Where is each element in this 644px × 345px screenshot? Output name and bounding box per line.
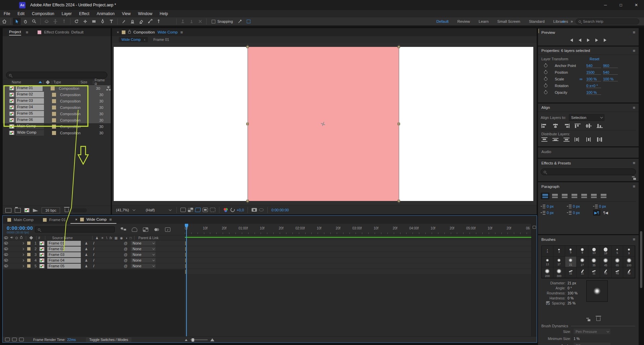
brush-preset[interactable]: 11 [565,267,577,278]
brush-preset[interactable]: 45 [600,267,612,278]
exposure-icon[interactable] [229,207,235,213]
distribute-horizontal-center-button[interactable] [586,137,592,142]
effects-presets-menu-icon[interactable]: ≡ [633,160,635,165]
project-item-name[interactable]: Frame 01 [16,85,43,91]
paragraph-align-button-4[interactable] [580,193,588,199]
menu-1[interactable]: Edit [14,11,28,16]
brush-preset[interactable]: 45 [612,267,624,278]
switch-column-icon[interactable]: \ [106,236,107,240]
channel-rgb-icon[interactable] [223,208,228,212]
menu-7[interactable]: Window [134,11,156,16]
workspace-libraries[interactable]: Libraries [553,19,568,23]
layer-quality-switch[interactable]: / [93,258,94,262]
layer-visibility-icon[interactable] [4,248,8,250]
timeline-layer-row[interactable]: 5 Frame 05 ♟ / @ None [3,263,185,269]
brush-preset[interactable]: 45 [623,267,635,278]
layer-expand-chevron[interactable] [22,259,24,261]
work-area-bar[interactable] [185,234,531,240]
play-button[interactable] [587,39,590,42]
exposure-value[interactable]: +0,0 [237,208,244,212]
label-swatch[interactable] [52,125,56,129]
workspace-standard[interactable]: Standard [529,19,545,23]
time-ruler[interactable]: 0f10f20f01:00f10f20f02:00f10f20f03:00f10… [185,224,531,234]
property-value-x[interactable]: 0 x+0 ° [586,84,601,88]
composition-tab-close-icon[interactable]: × [117,30,119,34]
graph-editor-icon[interactable] [165,227,170,232]
timeline-search-input[interactable] [35,226,115,232]
project-row[interactable]: Frame 02 Composition 30 [3,91,111,98]
brush-preset[interactable]: 27 [577,257,588,267]
layer-expand-chevron[interactable] [22,265,24,267]
stopwatch-icon[interactable] [544,77,547,81]
layer-duration-bar[interactable] [185,270,186,274]
rectangle-tool[interactable] [90,18,98,25]
layer-duration-bar[interactable] [185,241,186,246]
layer-shy-switch[interactable]: ♟ [85,253,88,257]
project-item-name[interactable]: Main Comp [16,124,44,129]
snap-grid-icon[interactable] [245,18,253,25]
brush-preset[interactable]: 45 [600,257,612,267]
switch-column-icon[interactable]: fx [109,236,112,240]
preview-menu-icon[interactable]: ≡ [633,30,635,35]
tab-effect-controls[interactable]: Effect Controls [44,30,69,34]
layer-expand-chevron[interactable] [22,253,24,256]
paragraph-indent-field[interactable]: 0 px [567,210,590,216]
video-column-icon[interactable] [4,236,8,239]
layer-name[interactable]: Frame 04 [47,258,81,263]
expand-transfer-controls-icon[interactable] [12,338,17,341]
brush-preset[interactable]: 300 [553,267,565,278]
brush-detail-value[interactable]: 100 % [568,291,582,295]
hand-tool[interactable] [21,18,30,25]
timeline-menu-icon[interactable]: ≡ [109,217,112,222]
previous-frame-button[interactable] [579,39,581,42]
expand-in-out-icon[interactable] [19,338,24,341]
switch-column-icon[interactable]: ☀ [101,236,104,240]
brush-preset[interactable]: 3 [553,246,565,257]
pen-tool[interactable] [99,18,107,25]
brush-detail-value[interactable]: 21 px [568,281,582,285]
label-swatch[interactable] [52,112,56,116]
brush-preset[interactable]: 5 [565,246,577,257]
timeline-layer-row[interactable]: 3 Frame 03 ♟ / @ None [3,252,185,258]
menu-5[interactable]: Animation [93,11,118,16]
home-tool[interactable] [0,18,8,25]
brush-preset[interactable]: 17 [553,257,565,267]
composition-mini-flowchart-icon[interactable] [121,227,126,232]
effects-list-icon[interactable] [632,177,636,180]
axis-local-tool[interactable] [179,18,187,25]
layer-shy-switch[interactable]: ♟ [85,259,88,262]
label-column-icon[interactable] [46,80,50,84]
dynamics-angle-dropdown[interactable]: Off [574,343,610,345]
breadcrumb-current-comp[interactable]: Wide Comp ‹ [119,37,148,42]
paragraph-align-button-2[interactable] [560,193,569,199]
property-value-y[interactable]: 540 [603,70,618,75]
parent-pickwhip-icon[interactable]: @ [124,264,127,268]
project-row[interactable]: Frame 01 Composition 30 [3,85,111,91]
minimize-button[interactable]: ─ [598,0,613,10]
audio-column-icon[interactable] [10,236,13,240]
effects-search-input[interactable] [541,168,636,175]
align-left-button[interactable] [541,124,547,128]
workspace-small-screen[interactable]: Small Screen [497,19,520,23]
indent-value[interactable]: 0 px [547,204,554,208]
paragraph-indent-field[interactable]: 0 px [541,204,564,208]
label-swatch[interactable] [52,131,56,135]
distribute-bottom-button[interactable] [564,137,570,142]
brush-preset[interactable]: 19 [600,246,612,257]
layer-quality-switch[interactable]: / [93,253,94,257]
menu-0[interactable]: File [0,11,14,16]
switch-column-icon[interactable]: ▦ [114,236,117,240]
timeline-tab-wide-comp[interactable]: × Wide Comp ≡ [70,216,116,224]
indent-value[interactable]: 0 px [573,211,580,215]
project-item-name[interactable]: Wide Comp [16,130,44,136]
pan-behind-tool[interactable] [81,18,89,25]
menu-3[interactable]: Layer [58,11,75,16]
layer-visibility-icon[interactable] [4,259,8,262]
project-item-name[interactable]: Frame 02 [16,92,44,97]
delete-brush-icon[interactable] [596,317,600,321]
align-right-button[interactable] [564,124,570,128]
type-tool[interactable] [107,18,115,25]
layer-quality-switch[interactable]: / [93,247,94,251]
workspace-learn[interactable]: Learn [479,19,488,23]
stopwatch-icon[interactable] [544,91,547,94]
